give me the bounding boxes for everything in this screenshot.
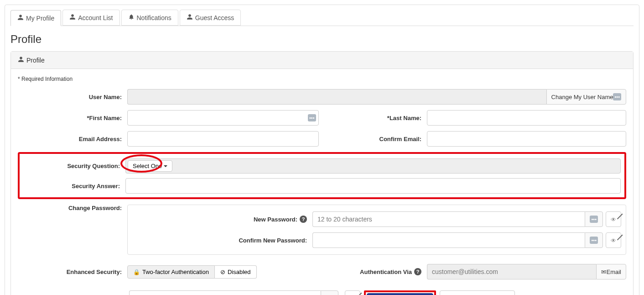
username-label: User Name: <box>18 94 127 100</box>
tab-my-profile[interactable]: My Profile <box>10 10 61 26</box>
edit-additional-profile-button[interactable]: Edit Additional Profile <box>440 290 515 295</box>
panel-heading: Profile <box>11 52 633 69</box>
security-answer-label: Security Answer: <box>20 183 125 190</box>
tab-account-list[interactable]: Account List <box>62 10 119 26</box>
security-answer-input[interactable] <box>125 178 621 194</box>
user-icon <box>17 14 24 22</box>
profile-panel: Profile * Required Information User Name… <box>10 51 634 295</box>
new-password-input[interactable] <box>312 211 585 227</box>
eye-slash-icon <box>611 216 616 223</box>
tab-bar: My Profile Account List Notifications Gu… <box>10 10 634 26</box>
toggle-current-password-visibility[interactable] <box>345 290 360 295</box>
security-question-label: Security Question: <box>20 163 125 169</box>
dots-addon: ••• <box>321 290 339 295</box>
confirm-email-input[interactable] <box>427 131 626 147</box>
two-factor-label: Two-factor Authentication <box>142 269 209 275</box>
firstname-input[interactable] <box>127 110 319 126</box>
confirm-new-password-label: Confirm New Password: <box>132 237 312 244</box>
email-button[interactable]: Email <box>596 264 626 279</box>
eye-slash-icon <box>611 237 616 244</box>
required-info: * Required Information <box>18 76 626 82</box>
panel-heading-label: Profile <box>26 57 45 64</box>
firstname-label: *First Name: <box>18 115 127 121</box>
toggle-password-visibility[interactable] <box>606 211 621 227</box>
tab-notifications[interactable]: Notifications <box>121 10 178 26</box>
ban-icon: ⊘ <box>220 269 225 275</box>
user-icon <box>18 56 24 64</box>
update-button-highlight: Update My Profile <box>364 290 436 295</box>
security-question-select[interactable]: Select One <box>128 160 172 172</box>
help-icon[interactable]: ? <box>300 216 307 223</box>
bell-icon <box>128 14 135 21</box>
disabled-button[interactable]: ⊘ Disabled <box>215 265 257 279</box>
caret-down-icon <box>164 165 167 167</box>
envelope-icon <box>601 269 606 275</box>
tab-label: Notifications <box>137 14 171 21</box>
confirm-new-password-input[interactable] <box>312 232 585 248</box>
change-password-label: Change Password: <box>18 205 127 211</box>
auth-via-input <box>427 264 596 279</box>
username-input <box>127 89 546 105</box>
password-subpanel: New Password: ? ••• <box>127 205 626 255</box>
update-profile-button[interactable]: Update My Profile <box>367 293 433 295</box>
select-one-label: Select One <box>133 163 162 169</box>
dots-icon: ••• <box>308 114 316 121</box>
change-username-label: Change My User Name <box>551 94 613 100</box>
email-button-label: Email <box>606 269 621 275</box>
page-title: Profile <box>10 33 634 46</box>
tab-label: My Profile <box>26 15 54 22</box>
enhanced-security-label: Enhanced Security: <box>18 269 127 275</box>
two-factor-button[interactable]: Two-factor Authentication <box>127 265 215 279</box>
security-highlight: Security Question: Select One Security A… <box>18 152 626 199</box>
auth-via-label: Authentication Via <box>360 269 412 275</box>
confirm-email-label: Confirm Email: <box>322 136 427 142</box>
lastname-input[interactable] <box>427 110 626 126</box>
toggle-confirm-password-visibility[interactable] <box>606 232 621 248</box>
tab-label: Guest Access <box>195 14 234 21</box>
tab-guest-access[interactable]: Guest Access <box>180 10 241 26</box>
footer-actions: ••• Update My Profile Edit Additional Pr… <box>18 289 626 295</box>
dots-icon: ••• <box>613 93 621 100</box>
lastname-label: *Last Name: <box>322 115 427 121</box>
lock-icon <box>133 269 140 275</box>
dots-icon: ••• <box>590 216 598 223</box>
help-icon[interactable]: ? <box>414 268 421 275</box>
dots-addon: ••• <box>585 211 603 227</box>
dots-addon: ••• <box>585 232 603 248</box>
new-password-label: New Password: <box>254 216 297 223</box>
two-factor-button-group: Two-factor Authentication ⊘ Disabled <box>127 265 257 279</box>
user-icon <box>187 14 193 21</box>
email-input[interactable] <box>127 131 319 147</box>
change-username-button[interactable]: Change My User Name ••• <box>546 89 626 105</box>
disabled-label: Disabled <box>228 269 251 275</box>
user-icon <box>69 14 76 21</box>
tab-label: Account List <box>78 14 113 21</box>
current-password-input[interactable] <box>129 290 321 295</box>
email-label: Email Address: <box>18 136 127 142</box>
dots-icon: ••• <box>590 237 598 244</box>
